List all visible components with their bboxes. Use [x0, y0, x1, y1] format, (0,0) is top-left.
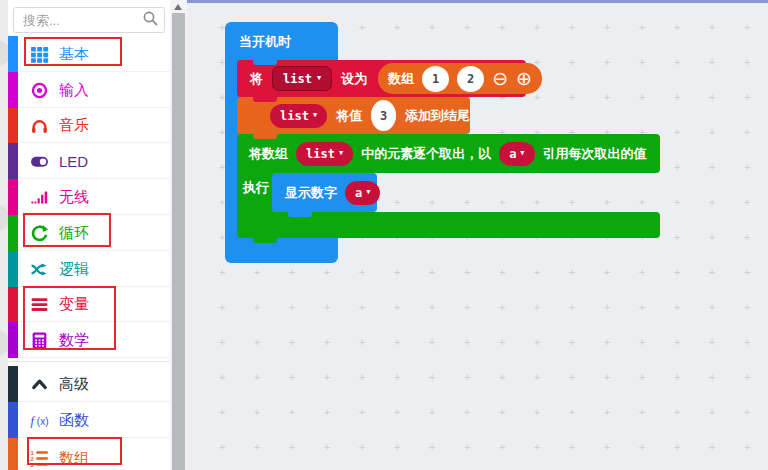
variable-pill[interactable]: list ▼ [270, 104, 327, 128]
dropdown-caret-icon: ▼ [366, 189, 370, 196]
category-color-strip [8, 143, 18, 179]
highlight-rect-loops [23, 213, 111, 247]
add-element-button[interactable]: ⊕ [516, 69, 532, 88]
grid-plus: + [392, 268, 402, 278]
grid-plus: + [707, 128, 717, 138]
grid-plus: + [252, 268, 262, 278]
grid-plus: + [497, 338, 507, 348]
iterator-pill[interactable]: a ▼ [499, 142, 534, 166]
grid-plus: + [287, 268, 297, 278]
input-icon [30, 81, 49, 100]
grid-plus: + [532, 408, 542, 418]
grid-plus: + [672, 128, 682, 138]
grid-plus: + [567, 23, 577, 33]
iterator-name: a [509, 147, 516, 161]
grid-plus: + [497, 23, 507, 33]
grid-plus: + [497, 268, 507, 278]
grid-plus: + [602, 23, 612, 33]
grid-plus: + [497, 303, 507, 313]
grid-plus: + [357, 443, 367, 453]
highlight-rect-basic [24, 37, 122, 66]
variable-pill[interactable]: list ▼ [296, 142, 353, 166]
connector-bump [253, 238, 277, 243]
value-field[interactable]: 3 [371, 100, 396, 131]
append-suffix-label: 添加到结尾 [405, 107, 470, 125]
grid-plus: + [427, 268, 437, 278]
grid-plus: + [462, 338, 472, 348]
category-color-strip [8, 72, 18, 108]
grid-plus: + [672, 338, 682, 348]
sidebar-item-music[interactable]: 音乐 [8, 108, 170, 143]
grid-plus: + [672, 443, 682, 453]
sidebar-item-advanced[interactable]: 高级 [8, 366, 170, 402]
grid-plus: + [602, 303, 612, 313]
grid-plus: + [602, 408, 612, 418]
grid-plus: + [742, 198, 752, 208]
grid-plus: + [357, 23, 367, 33]
sidebar-item-led[interactable]: LED [8, 143, 170, 179]
grid-plus: + [217, 443, 227, 453]
sidebar-item-input[interactable]: 输入 [8, 72, 170, 108]
grid-plus: + [217, 268, 227, 278]
grid-plus: + [602, 443, 612, 453]
remove-element-button[interactable]: ⊖ [492, 69, 508, 88]
grid-plus: + [602, 338, 612, 348]
grid-plus: + [532, 443, 542, 453]
grid-plus: + [322, 443, 332, 453]
grid-plus: + [742, 268, 752, 278]
grid-plus: + [357, 268, 367, 278]
grid-plus: + [392, 443, 402, 453]
toolbox-categories: 基本输入音乐LED无线循环逻辑变量数学高级f(x)函数123数组 [8, 36, 170, 470]
grid-plus: + [217, 408, 227, 418]
sidebar-scrollbar[interactable] [170, 0, 187, 470]
sidebar-item-label: 函数 [59, 411, 89, 430]
scrollbar-thumb[interactable] [172, 13, 185, 470]
grid-plus: + [602, 198, 612, 208]
grid-plus: + [672, 373, 682, 383]
highlight-rect-variables-math [23, 286, 116, 350]
on-start-label: 当开机时 [239, 33, 291, 51]
grid-plus: + [707, 163, 717, 173]
grid-plus: + [637, 93, 647, 103]
scroll-up-arrow-icon[interactable] [174, 4, 182, 10]
sidebar-item-functions[interactable]: f(x)函数 [8, 402, 170, 438]
variable-dropdown[interactable]: list ▼ [272, 66, 332, 91]
grid-plus: + [672, 408, 682, 418]
grid-plus: + [427, 338, 437, 348]
variable-name: list [283, 72, 312, 86]
connector-bump [288, 212, 312, 217]
grid-plus: + [357, 408, 367, 418]
show-number-block[interactable]: 显示数字 a ▼ [272, 173, 377, 212]
to-label: 设为 [341, 70, 367, 88]
category-color-strip [8, 179, 18, 215]
grid-plus: + [707, 268, 717, 278]
svg-text:(x): (x) [37, 415, 49, 426]
grid-plus: + [567, 443, 577, 453]
array-append-block[interactable]: list ▼ 将值 3 添加到结尾 [237, 97, 470, 134]
sidebar-item-logic[interactable]: 逻辑 [8, 251, 170, 287]
simulator-fragment [0, 40, 8, 66]
grid-plus: + [637, 198, 647, 208]
grid-plus: + [217, 303, 227, 313]
sidebar-item-label: LED [59, 153, 88, 170]
dropdown-caret-icon: ▼ [317, 75, 321, 82]
grid-plus: + [637, 58, 647, 68]
category-color-strip [8, 322, 18, 358]
set-variable-block[interactable]: 将 list ▼ 设为 数组 1 2 ⊖ ⊕ [237, 60, 526, 97]
category-color-strip [8, 251, 18, 287]
grid-plus: + [707, 338, 717, 348]
grid-plus: + [567, 338, 577, 348]
grid-plus: + [497, 408, 507, 418]
iterator-pill[interactable]: a ▼ [345, 181, 380, 205]
for-each-block[interactable]: 将数组 list ▼ 中的元素逐个取出，以 a ▼ 引用每次取出的值 [237, 134, 660, 173]
grid-plus: + [322, 408, 332, 418]
grid-plus: + [567, 373, 577, 383]
array-item-field[interactable]: 2 [457, 66, 484, 92]
array-value-block[interactable]: 数组 1 2 ⊖ ⊕ [378, 63, 542, 94]
grid-plus: + [532, 303, 542, 313]
grid-plus: + [252, 373, 262, 383]
workspace-canvas[interactable]: ++++++++++++++++++++++++++++++++++++++++… [187, 0, 768, 470]
array-item-field[interactable]: 1 [422, 66, 449, 92]
grid-plus: + [602, 373, 612, 383]
sidebar-item-radio[interactable]: 无线 [8, 179, 170, 215]
